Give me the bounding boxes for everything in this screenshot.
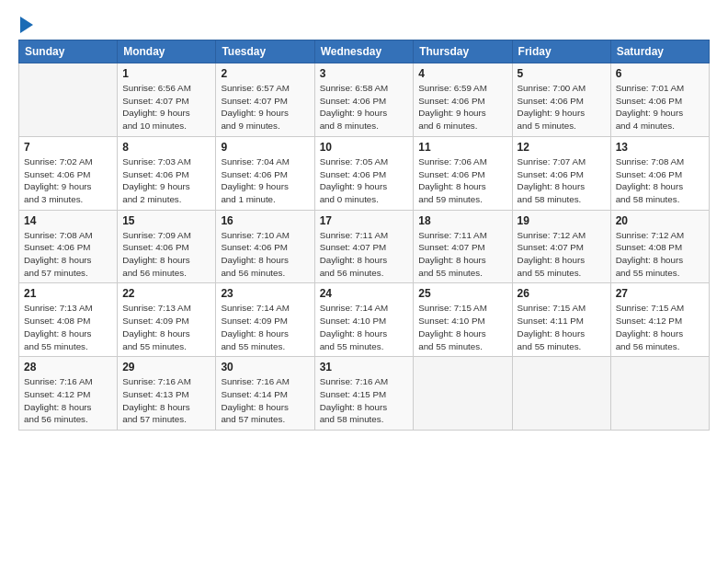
calendar-week-row: 7Sunrise: 7:02 AM Sunset: 4:06 PM Daylig… bbox=[19, 136, 710, 210]
day-info: Sunrise: 7:10 AM Sunset: 4:06 PM Dayligh… bbox=[221, 229, 309, 280]
day-info: Sunrise: 7:15 AM Sunset: 4:10 PM Dayligh… bbox=[418, 302, 506, 352]
day-info: Sunrise: 7:03 AM Sunset: 4:06 PM Dayligh… bbox=[122, 155, 210, 206]
day-number: 19 bbox=[518, 214, 606, 227]
day-number: 20 bbox=[616, 214, 704, 227]
day-number: 4 bbox=[418, 67, 506, 80]
weekday-header: Wednesday bbox=[314, 40, 414, 63]
calendar-cell: 13Sunrise: 7:08 AM Sunset: 4:06 PM Dayli… bbox=[610, 136, 709, 210]
calendar-cell: 10Sunrise: 7:05 AM Sunset: 4:06 PM Dayli… bbox=[314, 136, 414, 210]
calendar-cell: 1Sunrise: 6:56 AM Sunset: 4:07 PM Daylig… bbox=[118, 63, 216, 137]
day-info: Sunrise: 7:15 AM Sunset: 4:11 PM Dayligh… bbox=[518, 302, 606, 352]
day-number: 6 bbox=[616, 67, 704, 80]
day-info: Sunrise: 7:09 AM Sunset: 4:06 PM Dayligh… bbox=[122, 229, 210, 280]
day-number: 1 bbox=[122, 67, 210, 80]
day-number: 27 bbox=[616, 287, 704, 300]
calendar-cell bbox=[414, 357, 512, 431]
calendar-header-row: SundayMondayTuesdayWednesdayThursdayFrid… bbox=[19, 40, 710, 63]
day-info: Sunrise: 6:57 AM Sunset: 4:07 PM Dayligh… bbox=[221, 82, 309, 132]
calendar-cell: 23Sunrise: 7:14 AM Sunset: 4:09 PM Dayli… bbox=[216, 283, 314, 357]
calendar-week-row: 14Sunrise: 7:08 AM Sunset: 4:06 PM Dayli… bbox=[19, 210, 710, 283]
day-number: 9 bbox=[221, 141, 309, 154]
day-number: 30 bbox=[221, 361, 309, 373]
weekday-header: Friday bbox=[512, 40, 610, 63]
day-info: Sunrise: 7:11 AM Sunset: 4:07 PM Dayligh… bbox=[320, 229, 409, 280]
day-info: Sunrise: 6:58 AM Sunset: 4:06 PM Dayligh… bbox=[320, 82, 409, 132]
day-info: Sunrise: 7:05 AM Sunset: 4:06 PM Dayligh… bbox=[320, 155, 409, 206]
calendar-cell: 25Sunrise: 7:15 AM Sunset: 4:10 PM Dayli… bbox=[414, 283, 512, 357]
day-info: Sunrise: 7:11 AM Sunset: 4:07 PM Dayligh… bbox=[418, 229, 506, 280]
day-info: Sunrise: 7:16 AM Sunset: 4:14 PM Dayligh… bbox=[221, 375, 309, 426]
day-number: 14 bbox=[24, 214, 112, 227]
day-number: 24 bbox=[320, 287, 409, 300]
calendar-cell bbox=[19, 63, 118, 137]
day-info: Sunrise: 7:13 AM Sunset: 4:08 PM Dayligh… bbox=[24, 302, 112, 352]
calendar-cell: 8Sunrise: 7:03 AM Sunset: 4:06 PM Daylig… bbox=[118, 136, 216, 210]
day-info: Sunrise: 7:14 AM Sunset: 4:10 PM Dayligh… bbox=[320, 302, 409, 352]
day-info: Sunrise: 7:01 AM Sunset: 4:06 PM Dayligh… bbox=[616, 82, 704, 132]
calendar-cell: 28Sunrise: 7:16 AM Sunset: 4:12 PM Dayli… bbox=[19, 357, 118, 431]
day-info: Sunrise: 7:02 AM Sunset: 4:06 PM Dayligh… bbox=[24, 155, 112, 206]
day-info: Sunrise: 7:08 AM Sunset: 4:06 PM Dayligh… bbox=[616, 155, 704, 206]
weekday-header: Sunday bbox=[19, 40, 118, 63]
weekday-header: Saturday bbox=[610, 40, 709, 63]
calendar-cell bbox=[512, 357, 610, 431]
day-info: Sunrise: 7:13 AM Sunset: 4:09 PM Dayligh… bbox=[122, 302, 210, 352]
day-info: Sunrise: 7:16 AM Sunset: 4:12 PM Dayligh… bbox=[24, 375, 112, 426]
day-number: 26 bbox=[518, 287, 606, 300]
calendar-cell: 2Sunrise: 6:57 AM Sunset: 4:07 PM Daylig… bbox=[216, 63, 314, 137]
page-container: SundayMondayTuesdayWednesdayThursdayFrid… bbox=[0, 0, 728, 440]
calendar-week-row: 28Sunrise: 7:16 AM Sunset: 4:12 PM Dayli… bbox=[19, 357, 710, 431]
calendar-cell: 5Sunrise: 7:00 AM Sunset: 4:06 PM Daylig… bbox=[512, 63, 610, 137]
day-number: 23 bbox=[221, 287, 309, 300]
calendar-cell: 29Sunrise: 7:16 AM Sunset: 4:13 PM Dayli… bbox=[118, 357, 216, 431]
day-number: 7 bbox=[24, 141, 112, 154]
day-number: 15 bbox=[122, 214, 210, 227]
calendar-cell: 11Sunrise: 7:06 AM Sunset: 4:06 PM Dayli… bbox=[414, 136, 512, 210]
day-number: 12 bbox=[518, 141, 606, 154]
calendar-cell: 6Sunrise: 7:01 AM Sunset: 4:06 PM Daylig… bbox=[610, 63, 709, 137]
calendar-table: SundayMondayTuesdayWednesdayThursdayFrid… bbox=[18, 40, 710, 431]
page-header bbox=[18, 17, 710, 30]
calendar-cell: 24Sunrise: 7:14 AM Sunset: 4:10 PM Dayli… bbox=[314, 283, 414, 357]
calendar-cell: 7Sunrise: 7:02 AM Sunset: 4:06 PM Daylig… bbox=[19, 136, 118, 210]
day-info: Sunrise: 7:15 AM Sunset: 4:12 PM Dayligh… bbox=[616, 302, 704, 352]
calendar-cell: 21Sunrise: 7:13 AM Sunset: 4:08 PM Dayli… bbox=[19, 283, 118, 357]
day-info: Sunrise: 6:59 AM Sunset: 4:06 PM Dayligh… bbox=[418, 82, 506, 132]
calendar-cell: 17Sunrise: 7:11 AM Sunset: 4:07 PM Dayli… bbox=[314, 210, 414, 283]
calendar-cell: 20Sunrise: 7:12 AM Sunset: 4:08 PM Dayli… bbox=[610, 210, 709, 283]
weekday-header: Monday bbox=[118, 40, 216, 63]
calendar-cell: 14Sunrise: 7:08 AM Sunset: 4:06 PM Dayli… bbox=[19, 210, 118, 283]
day-number: 13 bbox=[616, 141, 704, 154]
day-number: 22 bbox=[122, 287, 210, 300]
calendar-cell: 12Sunrise: 7:07 AM Sunset: 4:06 PM Dayli… bbox=[512, 136, 610, 210]
logo bbox=[18, 17, 34, 30]
day-info: Sunrise: 7:12 AM Sunset: 4:07 PM Dayligh… bbox=[518, 229, 606, 280]
day-number: 8 bbox=[122, 141, 210, 154]
day-info: Sunrise: 7:07 AM Sunset: 4:06 PM Dayligh… bbox=[518, 155, 606, 206]
day-info: Sunrise: 7:16 AM Sunset: 4:15 PM Dayligh… bbox=[320, 375, 409, 426]
calendar-cell: 18Sunrise: 7:11 AM Sunset: 4:07 PM Dayli… bbox=[414, 210, 512, 283]
day-number: 18 bbox=[418, 214, 506, 227]
day-number: 10 bbox=[320, 141, 409, 154]
day-number: 3 bbox=[320, 67, 409, 80]
calendar-cell: 27Sunrise: 7:15 AM Sunset: 4:12 PM Dayli… bbox=[610, 283, 709, 357]
calendar-week-row: 21Sunrise: 7:13 AM Sunset: 4:08 PM Dayli… bbox=[19, 283, 710, 357]
calendar-cell: 31Sunrise: 7:16 AM Sunset: 4:15 PM Dayli… bbox=[314, 357, 414, 431]
day-info: Sunrise: 7:06 AM Sunset: 4:06 PM Dayligh… bbox=[418, 155, 506, 206]
calendar-cell: 15Sunrise: 7:09 AM Sunset: 4:06 PM Dayli… bbox=[118, 210, 216, 283]
day-info: Sunrise: 6:56 AM Sunset: 4:07 PM Dayligh… bbox=[122, 82, 210, 132]
calendar-cell: 30Sunrise: 7:16 AM Sunset: 4:14 PM Dayli… bbox=[216, 357, 314, 431]
day-info: Sunrise: 7:16 AM Sunset: 4:13 PM Dayligh… bbox=[122, 375, 210, 426]
day-number: 31 bbox=[320, 361, 409, 373]
day-number: 21 bbox=[24, 287, 112, 300]
day-info: Sunrise: 7:12 AM Sunset: 4:08 PM Dayligh… bbox=[616, 229, 704, 280]
day-number: 25 bbox=[418, 287, 506, 300]
day-info: Sunrise: 7:04 AM Sunset: 4:06 PM Dayligh… bbox=[221, 155, 309, 206]
day-info: Sunrise: 7:14 AM Sunset: 4:09 PM Dayligh… bbox=[221, 302, 309, 352]
day-number: 29 bbox=[122, 361, 210, 373]
calendar-cell: 3Sunrise: 6:58 AM Sunset: 4:06 PM Daylig… bbox=[314, 63, 414, 137]
day-number: 17 bbox=[320, 214, 409, 227]
weekday-header: Tuesday bbox=[216, 40, 314, 63]
day-number: 11 bbox=[418, 141, 506, 154]
calendar-cell: 19Sunrise: 7:12 AM Sunset: 4:07 PM Dayli… bbox=[512, 210, 610, 283]
